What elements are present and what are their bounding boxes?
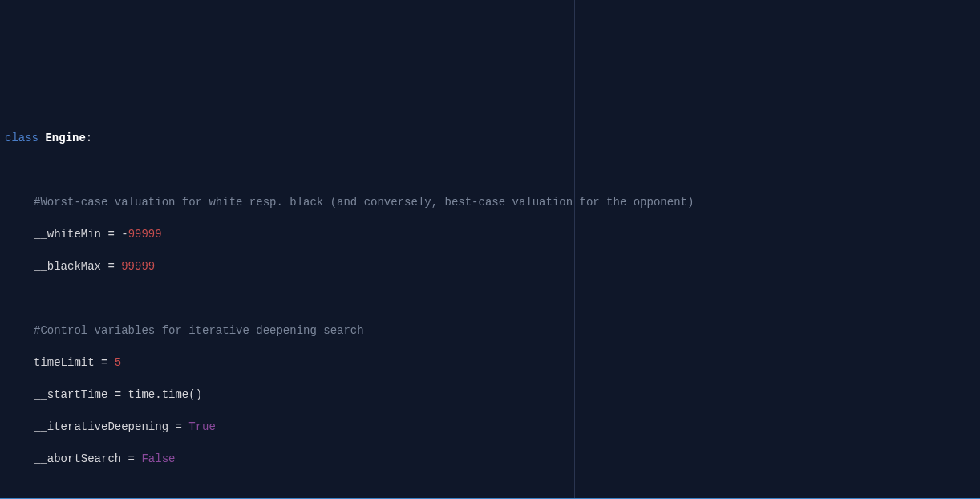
number: 99999 — [121, 260, 155, 273]
code-editor-content[interactable]: class Engine: #Worst-case valuation for … — [0, 112, 980, 499]
code-line[interactable]: class Engine: — [5, 130, 980, 146]
code-line[interactable]: __startTime = time.time() — [5, 387, 980, 403]
boolean: False — [141, 452, 175, 465]
code-line[interactable]: timeLimit = 5 — [5, 355, 980, 371]
code-line[interactable]: __whiteMin = -99999 — [5, 226, 980, 242]
number: 99999 — [128, 228, 162, 241]
identifier: __startTime = time.time() — [34, 388, 202, 401]
number: 5 — [115, 356, 121, 369]
comment: #Worst-case valuation for white resp. bl… — [34, 196, 694, 209]
class-name: Engine — [45, 132, 85, 144]
comment: #Control variables for iterative deepeni… — [34, 324, 364, 337]
code-line[interactable]: #Control variables for iterative deepeni… — [5, 323, 980, 339]
keyword: class — [5, 132, 45, 144]
identifier: __abortSearch = — [34, 452, 141, 465]
identifier: __blackMax = — [34, 260, 121, 273]
code-line-blank[interactable] — [5, 290, 980, 306]
code-line[interactable]: __abortSearch = False — [5, 451, 980, 467]
identifier: timeLimit = — [34, 356, 115, 369]
boolean: True — [188, 420, 216, 433]
identifier: __iterativeDeepening = — [34, 420, 188, 433]
editor-ruler — [574, 0, 575, 499]
code-line-blank[interactable] — [5, 162, 980, 178]
code-line[interactable]: __blackMax = 99999 — [5, 258, 980, 274]
code-line[interactable]: __iterativeDeepening = True — [5, 419, 980, 435]
identifier: __whiteMin = - — [34, 228, 128, 241]
code-line-blank[interactable] — [5, 483, 980, 499]
code-line[interactable]: #Worst-case valuation for white resp. bl… — [5, 194, 980, 210]
punctuation: : — [86, 132, 92, 144]
